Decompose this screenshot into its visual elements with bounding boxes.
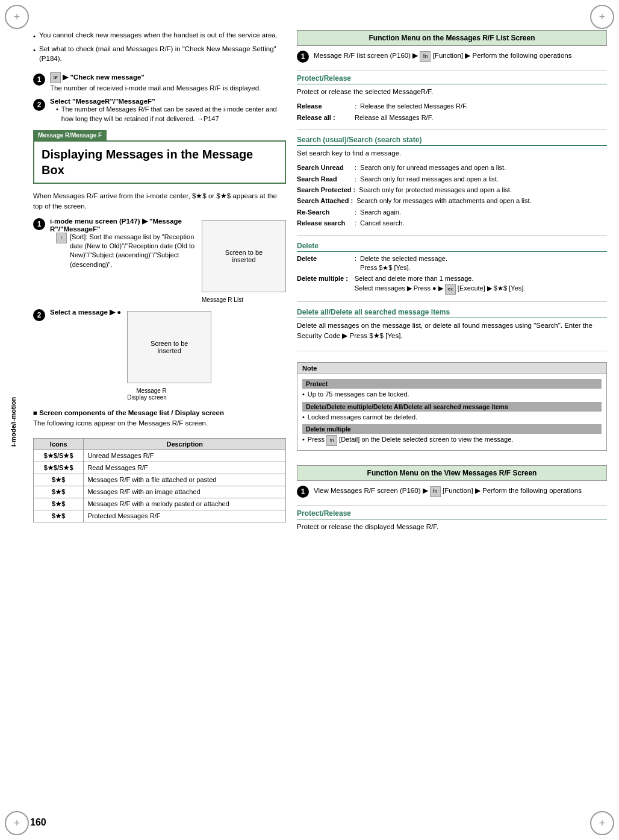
table-header-description: Description: [84, 438, 286, 450]
hr-2: [297, 505, 607, 506]
step2-sub-bullet: • The number of Messages R/F that can be…: [56, 105, 286, 124]
sub-bullet-dot: •: [56, 105, 58, 124]
main-title-box: Displaying Messages in the Message Box: [33, 140, 286, 184]
step-content-1: ☞ ▶ "Check new message" The number of re…: [50, 72, 286, 93]
sort-icon: i: [56, 233, 67, 243]
note-box: Note Protect • Up to 75 messages can be …: [297, 362, 607, 451]
protect-release-2-section: Protect/Release Protect or release the d…: [297, 509, 607, 542]
r2-step-1-num: 1: [297, 486, 309, 498]
bullet-text-2: Set what to check (mail and Messages R/F…: [39, 44, 286, 63]
screen-label-1: Message R List: [202, 296, 243, 303]
step-b: 2 Select a message ▶ ● Screen to beinser…: [33, 308, 286, 401]
menu-icon-1: ☞: [50, 72, 61, 83]
step-content-2: Select "MessageR"/"MessageF" • The numbe…: [50, 98, 286, 125]
top-bullet-list: • You cannot check new messages when the…: [33, 30, 286, 66]
corner-decoration-tr: [590, 5, 614, 29]
side-label: i-mode/i-motion: [10, 397, 17, 447]
r-step-1-text: Message R/F list screen (P160) ▶ fn [Fun…: [314, 51, 571, 62]
release-val: Release the selected Messages R/F.: [360, 102, 607, 111]
note-delete-text: Locked messages cannot be deleted.: [308, 413, 417, 422]
re-search-row: Re-Search : Search again.: [297, 208, 607, 217]
note-header: Note: [297, 363, 606, 374]
table-row: $★$/S★$Read Messages R/F: [34, 462, 286, 474]
delete-row: Delete : Delete the selected message.Pre…: [297, 254, 607, 273]
step-num-2: 2: [33, 99, 45, 111]
delete-multiple-key: Delete multiple :: [297, 274, 351, 294]
page-number: 160: [30, 817, 46, 828]
step-a-num: 1: [33, 218, 45, 230]
protect-release-2-title: Protect/Release: [297, 509, 607, 519]
table-cell-icon: $★$: [34, 498, 84, 510]
step-a-content: i-mode menu screen (P147) ▶ "Message R"/…: [50, 217, 286, 303]
func-menu-1-header: Function Menu on the Messages R/F List S…: [297, 30, 607, 46]
table-row: $★$Messages R/F with an image attached: [34, 486, 286, 498]
table-row: $★$/S★$Unread Messages R/F: [34, 450, 286, 462]
note-content: Protect • Up to 75 messages can be locke…: [297, 374, 606, 450]
table-cell-icon: $★$: [34, 510, 84, 522]
note-protect-text: Up to 75 messages can be locked.: [308, 390, 409, 399]
step-a-text-area: i-mode menu screen (P147) ▶ "Message R"/…: [50, 217, 196, 272]
step-b-num: 2: [33, 309, 45, 321]
re-search-key: Re-Search: [297, 208, 351, 217]
r2-step-1-part1: View Messages R/F screen (P160) ▶: [314, 487, 430, 494]
screen-box-1: Screen to beinserted: [202, 220, 286, 292]
table-cell-desc: Protected Messages R/F: [84, 510, 286, 522]
table-row: $★$Messages R/F with a file attached or …: [34, 474, 286, 486]
protect-release-2-desc: Protect or release the displayed Message…: [297, 522, 607, 532]
table-cell-desc: Unread Messages R/F: [84, 450, 286, 462]
icons-table: Icons Description $★$/S★$Unread Messages…: [33, 438, 286, 522]
step-a-sub-text: [Sort]: Sort the message list by "Recept…: [70, 233, 196, 270]
note-delete-multiple-bullet: • Press fn [Detail] on the Delete select…: [302, 435, 602, 446]
r2-step-1-part2: [Function] ▶ Perform the following opera…: [443, 487, 582, 494]
step-a: 1 i-mode menu screen (P147) ▶ "Message R…: [33, 217, 286, 303]
search-desc: Set search key to find a message.: [297, 148, 607, 158]
step-a-code: i-mode menu screen (P147) ▶ "Message R"/…: [50, 217, 196, 233]
left-column: • You cannot check new messages when the…: [33, 30, 286, 810]
delete-all-section: Delete all/Delete all searched message i…: [297, 308, 607, 352]
note-protect-header: Protect: [302, 379, 602, 389]
corner-decoration-tl: [5, 5, 29, 29]
search-attached-key: Search Attached :: [297, 196, 353, 205]
spacer: [297, 456, 607, 465]
note-delete-header: Delete/Delete multiple/Delete All/Delete…: [302, 402, 602, 412]
table-cell-icon: $★$/S★$: [34, 450, 84, 462]
main-description: When Messages R/F arrive from the i-mode…: [33, 191, 286, 212]
sub-bullet-text: The number of Messages R/F that can be s…: [61, 105, 286, 124]
step-code-1: ☞ ▶ "Check new message": [50, 72, 286, 83]
table-cell-icon: $★$: [34, 474, 84, 486]
table-row: $★$Protected Messages R/F: [34, 510, 286, 522]
corner-decoration-bl: [5, 811, 29, 835]
release-all-key: Release all :: [297, 113, 351, 122]
step-select-msg: 2 Select "MessageR"/"MessageF" • The num…: [33, 98, 286, 125]
table-cell-icon: $★$/S★$: [34, 462, 84, 474]
delete-key: Delete: [297, 254, 351, 273]
search-protected-key: Search Protected :: [297, 186, 355, 195]
search-read-row: Search Read : Search only for read messa…: [297, 175, 607, 184]
release-all-val: Release all Messages R/F.: [355, 113, 607, 122]
step-b-text-area: Select a message ▶ ●: [50, 308, 121, 316]
delete-all-title: Delete all/Delete all searched message i…: [297, 308, 607, 318]
table-cell-desc: Messages R/F with a file attached or pas…: [84, 474, 286, 486]
table-cell-desc: Read Messages R/F: [84, 462, 286, 474]
screen-text-2: Screen to beinserted: [151, 340, 188, 354]
table-row: $★$Messages R/F with a melody pasted or …: [34, 498, 286, 510]
search-section: Search (usual)/Search (search state) Set…: [297, 136, 607, 236]
search-unread-key: Search Unread: [297, 163, 351, 172]
bullet-text-1: You cannot check new messages when the h…: [39, 30, 278, 41]
delete-section: Delete Delete : Delete the selected mess…: [297, 242, 607, 302]
search-protected-row: Search Protected : Search only for prote…: [297, 186, 607, 195]
protect-release-title: Protect/Release: [297, 74, 607, 84]
release-row: Release : Release the selected Messages …: [297, 102, 607, 111]
note-protect-bullet: • Up to 75 messages can be locked.: [302, 390, 602, 399]
note-delete-bullet: • Locked messages cannot be deleted.: [302, 413, 602, 422]
screen-components-subtitle: The following icons appear on the Messag…: [33, 418, 286, 428]
release-key: Release: [297, 102, 351, 111]
screen-text-1: Screen to beinserted: [225, 249, 263, 263]
r-step-1: 1 Message R/F list screen (P160) ▶ fn [F…: [297, 51, 607, 63]
step-b-content: Select a message ▶ ● Screen to beinserte…: [50, 308, 211, 401]
step-b-code: Select a message ▶ ●: [50, 308, 121, 316]
step-a-screen-col: Screen to beinserted Message R List: [202, 217, 286, 303]
step-desc-1: The number of received i-mode mail and M…: [50, 83, 286, 93]
screen-label-2: Message R Display screen: [127, 387, 167, 401]
delete-all-desc: Delete all messages on the message list,…: [297, 321, 607, 342]
